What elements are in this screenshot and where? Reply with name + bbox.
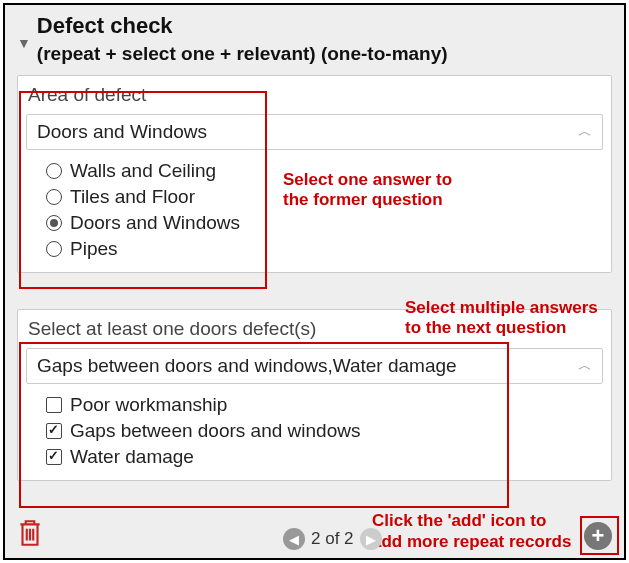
checkbox-icon <box>46 449 62 465</box>
pager-text: 2 of 2 <box>311 529 354 549</box>
checkbox-options-list: Poor workmanship Gaps between doors and … <box>18 388 611 480</box>
chevron-up-icon: ︿ <box>578 357 592 375</box>
select-value: Doors and Windows <box>37 121 207 143</box>
radio-icon <box>46 189 62 205</box>
option-label: Tiles and Floor <box>70 186 195 208</box>
checkbox-option[interactable]: Gaps between doors and windows <box>46 418 601 444</box>
checkbox-icon <box>46 397 62 413</box>
pager: ◀ 2 of 2 ▶ <box>283 528 382 550</box>
trash-icon[interactable] <box>17 518 43 552</box>
chevron-up-icon: ︿ <box>578 123 592 141</box>
option-label: Gaps between doors and windows <box>70 420 360 442</box>
add-icon[interactable]: + <box>584 522 612 550</box>
form-panel: ▼ Defect check (repeat + select one + re… <box>3 3 626 560</box>
option-label: Doors and Windows <box>70 212 240 234</box>
radio-icon <box>46 241 62 257</box>
radio-option[interactable]: Doors and Windows <box>46 210 601 236</box>
annotation-text: Select one answer to the former question <box>283 170 452 211</box>
option-label: Walls and Ceiling <box>70 160 216 182</box>
checkbox-icon <box>46 423 62 439</box>
form-subtitle: (repeat + select one + relevant) (one-to… <box>37 43 612 65</box>
pager-prev-icon[interactable]: ◀ <box>283 528 305 550</box>
annotation-text: Select multiple answers to the next ques… <box>405 298 598 339</box>
option-label: Poor workmanship <box>70 394 227 416</box>
area-select-dropdown[interactable]: Doors and Windows ︿ <box>26 114 603 150</box>
option-label: Water damage <box>70 446 194 468</box>
select-value: Gaps between doors and windows,Water dam… <box>37 355 457 377</box>
defects-select-dropdown[interactable]: Gaps between doors and windows,Water dam… <box>26 348 603 384</box>
radio-icon <box>46 163 62 179</box>
checkbox-option[interactable]: Poor workmanship <box>46 392 601 418</box>
radio-icon <box>46 215 62 231</box>
radio-option[interactable]: Pipes <box>46 236 601 262</box>
form-title: Defect check <box>37 13 612 39</box>
collapse-triangle-icon[interactable]: ▼ <box>17 35 31 51</box>
checkbox-option[interactable]: Water damage <box>46 444 601 470</box>
group-label: Area of defect <box>18 76 611 110</box>
repeat-footer: ◀ 2 of 2 ▶ + <box>17 518 612 552</box>
option-label: Pipes <box>70 238 118 260</box>
form-header: ▼ Defect check (repeat + select one + re… <box>5 5 624 69</box>
pager-next-icon[interactable]: ▶ <box>360 528 382 550</box>
